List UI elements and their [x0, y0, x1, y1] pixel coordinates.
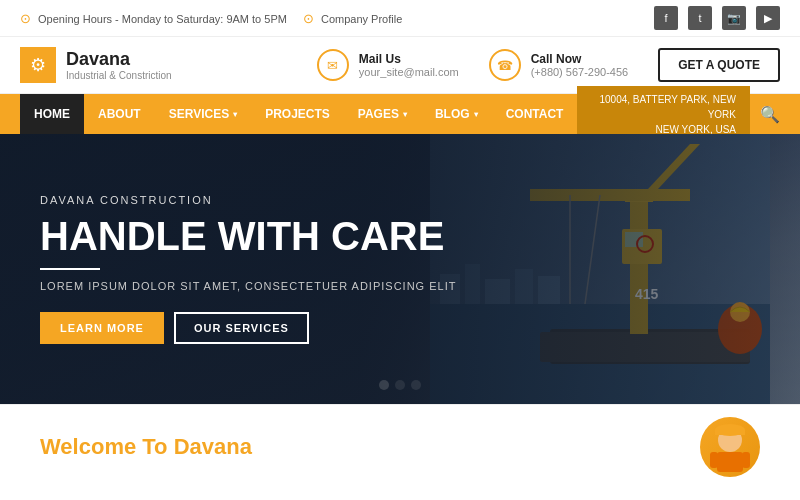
- welcome-heading: Welcome To Davana: [40, 434, 252, 460]
- call-label: Call Now: [531, 52, 629, 66]
- worker-avatar: [700, 417, 760, 477]
- below-hero: Welcome To Davana: [0, 404, 800, 489]
- twitter-icon[interactable]: t: [688, 6, 712, 30]
- profile-icon: ⊙: [303, 11, 314, 26]
- facebook-icon[interactable]: f: [654, 6, 678, 30]
- hours-icon: ⊙: [20, 11, 31, 26]
- top-bar-left: ⊙ Opening Hours - Monday to Saturday: 9A…: [20, 11, 402, 26]
- services-arrow: ▾: [233, 110, 237, 119]
- social-links: f t 📷 ▶: [654, 6, 780, 30]
- hero-section: 415 DAVANA CONSTRUCTION HANDLE WITH CARE…: [0, 134, 800, 404]
- hero-divider: [40, 268, 100, 270]
- nav-about[interactable]: ABOUT: [84, 94, 155, 134]
- svg-rect-23: [715, 430, 745, 435]
- header-contact: ✉ Mail Us your_site@mail.com ☎ Call Now …: [317, 48, 780, 82]
- call-value: (+880) 567-290-456: [531, 66, 629, 78]
- mail-icon: ✉: [317, 49, 349, 81]
- top-bar: ⊙ Opening Hours - Monday to Saturday: 9A…: [0, 0, 800, 37]
- welcome-brand-name: Davana: [174, 434, 252, 459]
- nav-home[interactable]: HOME: [20, 94, 84, 134]
- hero-buttons: LEARN MORE OUR SERVICES: [40, 312, 456, 344]
- nav-projects[interactable]: PROJECTS: [251, 94, 344, 134]
- svg-rect-25: [710, 452, 718, 468]
- brand-tagline: Industrial & Constriction: [66, 70, 172, 81]
- pages-arrow: ▾: [403, 110, 407, 119]
- hero-title: HANDLE WITH CARE: [40, 214, 456, 258]
- hero-description: LOREM IPSUM DOLOR SIT AMET, CONSECTETUER…: [40, 280, 456, 292]
- logo-text: Davana Industrial & Constriction: [66, 49, 172, 81]
- svg-rect-26: [742, 452, 750, 468]
- nav-contact[interactable]: CONTACT: [492, 94, 578, 134]
- youtube-icon[interactable]: ▶: [756, 6, 780, 30]
- nav-services[interactable]: SERVICES ▾: [155, 94, 251, 134]
- hours-text: ⊙ Opening Hours - Monday to Saturday: 9A…: [20, 11, 287, 26]
- welcome-prefix: Welcome To: [40, 434, 168, 459]
- our-services-button[interactable]: OUR SERVICES: [174, 312, 309, 344]
- address-line1: 10004, BATTERY PARK, NEW YORK: [591, 92, 736, 122]
- mail-contact: ✉ Mail Us your_site@mail.com: [317, 49, 459, 81]
- learn-more-button[interactable]: LEARN MORE: [40, 312, 164, 344]
- instagram-icon[interactable]: 📷: [722, 6, 746, 30]
- hero-content: DAVANA CONSTRUCTION HANDLE WITH CARE LOR…: [0, 164, 496, 374]
- logo-icon: ⚙: [20, 47, 56, 83]
- call-contact: ☎ Call Now (+880) 567-290-456: [489, 49, 629, 81]
- svg-rect-24: [717, 452, 743, 472]
- profile-text[interactable]: ⊙ Company Profile: [303, 11, 402, 26]
- hero-subtitle: DAVANA CONSTRUCTION: [40, 194, 456, 206]
- logo: ⚙ Davana Industrial & Constriction: [20, 47, 172, 83]
- navbar: HOME ABOUT SERVICES ▾ PROJECTS PAGES ▾ B…: [0, 94, 800, 134]
- brand-name: Davana: [66, 49, 172, 70]
- phone-icon: ☎: [489, 49, 521, 81]
- mail-value: your_site@mail.com: [359, 66, 459, 78]
- blog-arrow: ▾: [474, 110, 478, 119]
- search-icon[interactable]: 🔍: [760, 105, 780, 124]
- nav-pages[interactable]: PAGES ▾: [344, 94, 421, 134]
- mail-label: Mail Us: [359, 52, 459, 66]
- quote-button[interactable]: GET A QUOTE: [658, 48, 780, 82]
- nav-items: HOME ABOUT SERVICES ▾ PROJECTS PAGES ▾ B…: [20, 94, 577, 134]
- nav-blog[interactable]: BLOG ▾: [421, 94, 492, 134]
